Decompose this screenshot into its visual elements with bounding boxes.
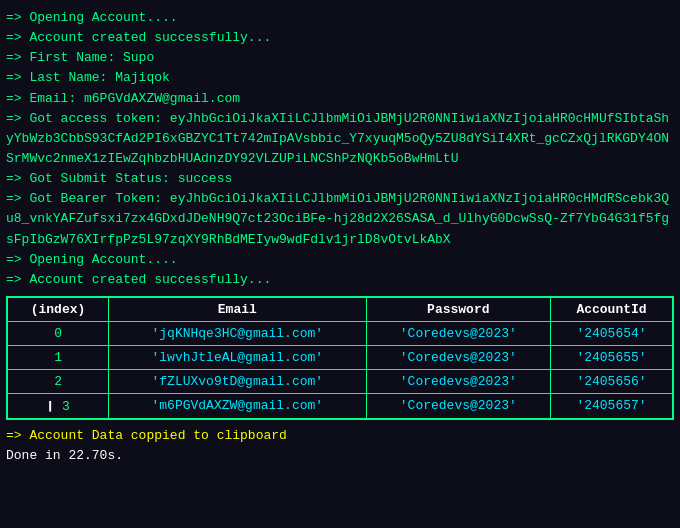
table-header-row: (index)EmailPasswordAccountId bbox=[8, 297, 673, 321]
table-cell-email: 'jqKNHqe3HC@gmail.com' bbox=[109, 321, 366, 345]
table-cell-password: 'Coredevs@2023' bbox=[366, 321, 551, 345]
table-cell-index: 0 bbox=[8, 321, 109, 345]
table-row: 3'm6PGVdAXZW@gmail.com''Coredevs@2023''2… bbox=[8, 393, 673, 418]
footer-line: => Account Data coppied to clipboard bbox=[6, 426, 674, 446]
accounts-table: (index)EmailPasswordAccountId 0'jqKNHqe3… bbox=[7, 297, 673, 419]
footer-lines: => Account Data coppied to clipboardDone… bbox=[6, 426, 674, 466]
log-line: => Account created successfully... bbox=[6, 270, 674, 290]
log-output: => Opening Account....=> Account created… bbox=[6, 8, 674, 290]
log-line: => Opening Account.... bbox=[6, 8, 674, 28]
table-row: 1'lwvhJtleAL@gmail.com''Coredevs@2023''2… bbox=[8, 345, 673, 369]
table-header-cell: Password bbox=[366, 297, 551, 321]
log-line: => Got Bearer Token: eyJhbGciOiJkaXIiLCJ… bbox=[6, 189, 674, 249]
table-header-cell: Email bbox=[109, 297, 366, 321]
log-line: => Last Name: Majiqok bbox=[6, 68, 674, 88]
table-header-cell: (index) bbox=[8, 297, 109, 321]
table-row: 0'jqKNHqe3HC@gmail.com''Coredevs@2023''2… bbox=[8, 321, 673, 345]
log-line: => Got Submit Status: success bbox=[6, 169, 674, 189]
table-cell-email: 'lwvhJtleAL@gmail.com' bbox=[109, 345, 366, 369]
table-header-cell: AccountId bbox=[551, 297, 673, 321]
table-cell-accountid: '2405657' bbox=[551, 393, 673, 418]
log-line: => Account created successfully... bbox=[6, 28, 674, 48]
log-line: => Opening Account.... bbox=[6, 250, 674, 270]
table-cell-accountid: '2405656' bbox=[551, 369, 673, 393]
table-cell-index: 2 bbox=[8, 369, 109, 393]
terminal: => Opening Account....=> Account created… bbox=[0, 0, 680, 528]
table-cell-password: 'Coredevs@2023' bbox=[366, 369, 551, 393]
table-cell-email: 'm6PGVdAXZW@gmail.com' bbox=[109, 393, 366, 418]
table-cell-index: 1 bbox=[8, 345, 109, 369]
table-cell-email: 'fZLUXvo9tD@gmail.com' bbox=[109, 369, 366, 393]
log-line: => First Name: Supo bbox=[6, 48, 674, 68]
table-body: 0'jqKNHqe3HC@gmail.com''Coredevs@2023''2… bbox=[8, 321, 673, 418]
table-cell-password: 'Coredevs@2023' bbox=[366, 393, 551, 418]
log-line: => Email: m6PGVdAXZW@gmail.com bbox=[6, 89, 674, 109]
table-cell-accountid: '2405655' bbox=[551, 345, 673, 369]
table-cell-index: 3 bbox=[8, 393, 109, 418]
table-cell-password: 'Coredevs@2023' bbox=[366, 345, 551, 369]
accounts-table-wrapper: (index)EmailPasswordAccountId 0'jqKNHqe3… bbox=[6, 296, 674, 420]
log-line: => Got access token: eyJhbGciOiJkaXIiLCJ… bbox=[6, 109, 674, 169]
table-cell-accountid: '2405654' bbox=[551, 321, 673, 345]
table-row: 2'fZLUXvo9tD@gmail.com''Coredevs@2023''2… bbox=[8, 369, 673, 393]
footer-line: Done in 22.70s. bbox=[6, 446, 674, 466]
